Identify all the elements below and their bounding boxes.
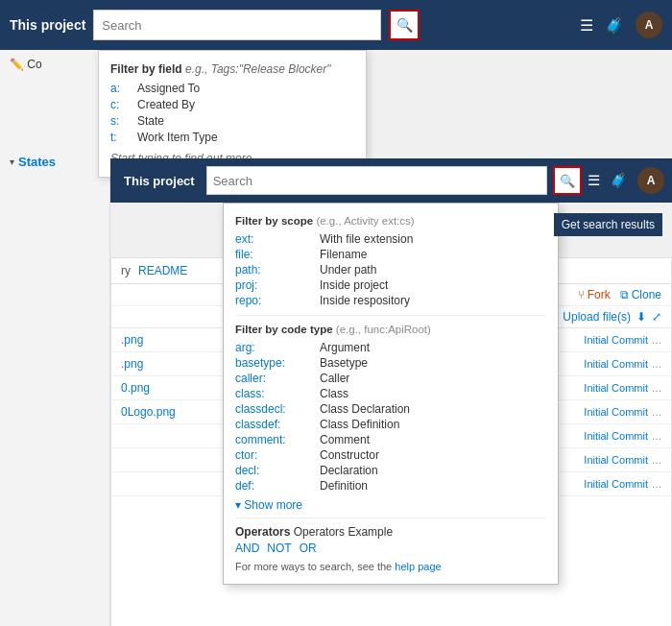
chevron-down-icon[interactable]: ▾: [10, 156, 14, 167]
top-bar-front: This project 🔍 ☰ 🧳 A: [110, 158, 672, 203]
file-more-5[interactable]: ...: [652, 453, 661, 467]
code-row-comment: comment: Comment: [235, 433, 546, 446]
project-label-front: This project: [118, 174, 201, 188]
top-bar-icons-back: ☰ 🧳 A: [580, 12, 662, 38]
breadcrumb-row: ▾ States: [0, 149, 110, 175]
filter-row-s: s: State: [110, 114, 354, 128]
operator-links: AND NOT OR: [235, 542, 546, 555]
bag-icon-front[interactable]: 🧳: [610, 172, 628, 189]
file-commit-1[interactable]: Initial Commit: [584, 358, 648, 370]
code-row-caller: caller: Caller: [235, 372, 546, 385]
filter-row-a: a: Assigned To: [110, 82, 354, 95]
scope-row-proj: proj: Inside project: [235, 278, 546, 292]
operators-label: Operators Operators Example: [235, 525, 393, 539]
file-more-1[interactable]: ...: [652, 357, 661, 371]
sidebar-back: ✏️ Co: [0, 50, 110, 626]
divider-2: [235, 518, 546, 518]
search-input-back[interactable]: [102, 18, 372, 33]
project-label-back: This project: [10, 17, 85, 33]
co-label: Co: [27, 58, 41, 71]
operators-section: Operators Operators Example AND NOT OR F…: [235, 524, 546, 572]
copy-icon: ⧉: [620, 288, 629, 301]
file-more-3[interactable]: ...: [652, 405, 661, 419]
download-icon[interactable]: ⬇: [636, 310, 646, 324]
code-row-ctor: ctor: Constructor: [235, 448, 546, 462]
file-commit-0[interactable]: Initial Commit: [584, 334, 648, 346]
show-more-button[interactable]: ▾ Show more: [235, 498, 546, 512]
scope-row-repo: repo: Inside respository: [235, 294, 546, 307]
code-row-basetype: basetype: Basetype: [235, 356, 546, 370]
dropdown-front: Filter by scope (e.g., Activity ext:cs) …: [223, 203, 559, 585]
menu-icon[interactable]: ☰: [580, 16, 593, 35]
file-commit-5[interactable]: Initial Commit: [584, 454, 648, 466]
scope-row-ext: ext: With file extension: [235, 232, 546, 246]
filter-by-field-title: Filter by field e.g., Tags:"Release Bloc…: [110, 62, 354, 76]
code-row-class: class: Class: [235, 387, 546, 400]
expand-icon[interactable]: ⤢: [652, 310, 661, 324]
code-row-classdecl: classdecl: Class Declaration: [235, 402, 546, 416]
scope-section-title: Filter by scope (e.g., Activity ext:cs): [235, 215, 546, 227]
code-section-title: Filter by code type (e.g., func:ApiRoot): [235, 324, 546, 335]
scope-row-path: path: Under path: [235, 263, 546, 277]
help-link[interactable]: help page: [395, 561, 441, 572]
file-more-0[interactable]: ...: [652, 333, 661, 347]
fork-button[interactable]: ⑂ Fork: [578, 288, 611, 301]
fork-label: Fork: [588, 288, 611, 301]
filter-row-t: t: Work Item Type: [110, 131, 354, 144]
filter-row-c: c: Created By: [110, 98, 354, 111]
clone-button[interactable]: ⧉ Clone: [620, 288, 661, 301]
file-commit-6[interactable]: Initial Commit: [584, 478, 648, 490]
file-commit-2[interactable]: Initial Commit: [584, 382, 648, 394]
code-row-decl: decl: Declaration: [235, 464, 546, 477]
file-more-2[interactable]: ...: [652, 381, 661, 395]
search-box-front[interactable]: [206, 166, 547, 195]
search-input-front[interactable]: [213, 174, 540, 188]
bag-icon[interactable]: 🧳: [605, 16, 624, 35]
ry-label: ry: [121, 264, 131, 277]
and-operator[interactable]: AND: [235, 542, 259, 555]
pen-icon: ✏️: [10, 58, 24, 71]
scope-row-file: file: Filename: [235, 248, 546, 261]
top-bar-icons-front: ☰ 🧳 A: [588, 167, 664, 194]
file-commit-3[interactable]: Initial Commit: [584, 406, 648, 418]
states-label[interactable]: States: [18, 155, 56, 169]
code-row-def: def: Definition: [235, 479, 546, 493]
help-text: For more ways to search, see the help pa…: [235, 561, 546, 572]
avatar-front[interactable]: A: [637, 167, 664, 194]
not-operator[interactable]: NOT: [267, 542, 291, 555]
get-search-results-tooltip: Get search results: [554, 213, 662, 236]
upload-label[interactable]: Upload file(s): [563, 310, 631, 324]
code-row-classdef: classdef: Class Definition: [235, 418, 546, 431]
file-commit-4[interactable]: Initial Commit: [584, 430, 648, 442]
clone-label: Clone: [632, 288, 661, 301]
file-more-6[interactable]: ...: [652, 477, 661, 491]
avatar-back[interactable]: A: [636, 12, 662, 38]
file-more-4[interactable]: ...: [652, 429, 661, 443]
fork-icon: ⑂: [578, 288, 585, 301]
search-button-front[interactable]: 🔍: [553, 166, 582, 195]
list-icon[interactable]: ☰: [588, 172, 600, 189]
divider-1: [235, 315, 546, 316]
top-bar-back: This project 🔍 ☰ 🧳 A: [0, 0, 672, 50]
readme-label[interactable]: README: [138, 264, 187, 277]
search-button-back[interactable]: 🔍: [389, 10, 420, 40]
or-operator[interactable]: OR: [300, 542, 317, 555]
sidebar-queries[interactable]: ✏️ Co: [0, 50, 109, 79]
code-row-arg: arg: Argument: [235, 341, 546, 354]
search-box-back[interactable]: [93, 10, 381, 40]
